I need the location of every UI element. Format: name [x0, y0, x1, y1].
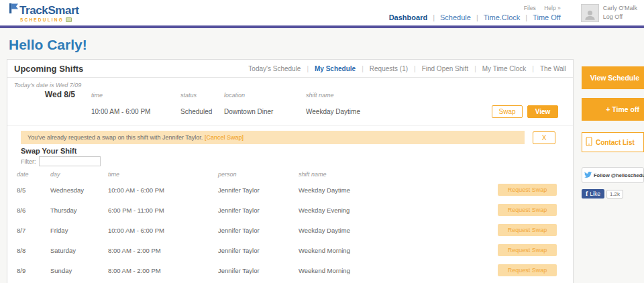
facebook-like-label: Like [590, 190, 600, 197]
cancel-swap-link[interactable]: [Cancel Swap] [205, 134, 244, 141]
swap-row-person: Jennifer Taylor [218, 207, 299, 214]
facebook-icon: f [586, 190, 588, 197]
logo-brand: TrackSmart [19, 5, 79, 16]
twitter-follow-button[interactable]: Follow @helloscheduling [582, 167, 644, 183]
request-swap-button[interactable]: Request Swap [498, 184, 557, 196]
swap-row-time: 6:00 PM - 11:00 PM [108, 207, 218, 214]
swap-row-day: Friday [50, 227, 108, 234]
swap-col-day: day [50, 171, 108, 178]
swap-row: 8/8 Saturday 8:00 AM - 2:00 PM Jennifer … [7, 240, 573, 260]
swap-row-time: 10:00 AM - 6:00 PM [108, 186, 218, 194]
shift-status: Scheduled [180, 108, 224, 115]
shift-time: 10:00 AM - 6:00 PM [91, 108, 180, 115]
logo-subtitle: SCHEDULING [20, 17, 64, 22]
time-off-button[interactable]: + Time off [582, 98, 644, 121]
swap-row-person: Jennifer Taylor [218, 186, 299, 194]
swap-notice-text: You've already requested a swap on this … [28, 134, 203, 141]
view-schedule-button[interactable]: View Schedule [582, 66, 644, 89]
swap-row-time: 10:00 AM - 6:00 PM [108, 227, 218, 234]
col-header-time: time [91, 92, 180, 99]
swap-row: 8/5 Wednesday 10:00 AM - 6:00 PM Jennife… [7, 180, 573, 200]
filter-input[interactable] [39, 156, 101, 166]
nav-time-clock[interactable]: Time.Clock [476, 13, 520, 21]
swap-row-date: 8/7 [17, 227, 50, 234]
facebook-like-button[interactable]: f Like [582, 189, 604, 199]
user-box: Carly O'Malk Log Off [581, 4, 637, 22]
upcoming-header-row: Wed 8/5 time status location shift name [7, 89, 573, 99]
swap-row-day: Thursday [50, 207, 108, 214]
col-header-status: status [180, 92, 224, 99]
col-header-shift-name: shift name [306, 92, 480, 99]
tab-todays-schedule[interactable]: Today's Schedule [248, 65, 301, 72]
nav-time-off[interactable]: Time Off [525, 13, 560, 21]
twitter-follow-label: Follow @helloscheduling [594, 172, 644, 178]
contact-list-label: Contact List [596, 139, 635, 146]
log-off-link[interactable]: Log Off [603, 13, 637, 21]
swap-row-date: 8/6 [17, 207, 50, 214]
view-button[interactable]: View [527, 105, 558, 118]
tab-my-schedule[interactable]: My Schedule [307, 65, 356, 72]
phone-icon [586, 137, 592, 148]
sidebar: View Schedule + Time off Contact List Fo… [582, 59, 644, 199]
header-divider [0, 25, 644, 28]
panel-title: Upcoming Shifts [14, 64, 83, 74]
shift-location: Downtown Diner [224, 108, 306, 115]
swap-button[interactable]: Swap [492, 105, 523, 118]
swap-row-shift-name: Weekday Daytime [299, 186, 498, 194]
swap-row-day: Saturday [50, 247, 108, 254]
files-link[interactable]: Files [524, 5, 536, 11]
facebook-like-count: 1.2k [606, 190, 623, 199]
swap-row-person: Jennifer Taylor [218, 267, 299, 274]
logo[interactable]: TrackSmart SCHEDULING [7, 3, 79, 22]
swap-row-day: Sunday [50, 267, 108, 274]
nav-dashboard[interactable]: Dashboard [389, 13, 427, 21]
swap-notice-row: You've already requested a swap on this … [21, 131, 555, 144]
shift-name: Weekday Daytime [306, 108, 480, 115]
today-date-note: Today's date is Wed 7/09 [7, 78, 573, 89]
user-name: Carly O'Malk [603, 4, 637, 13]
shift-date: Wed 8/5 [7, 90, 91, 99]
swap-row-person: Jennifer Taylor [218, 227, 299, 234]
filter-row: Filter: [21, 156, 573, 166]
request-swap-button[interactable]: Request Swap [498, 264, 557, 276]
nav-schedule[interactable]: Schedule [433, 13, 471, 21]
swap-row-date: 8/5 [17, 186, 50, 194]
calendar-badge-icon [66, 17, 72, 22]
swap-col-date: date [17, 171, 50, 178]
twitter-bird-icon [584, 169, 592, 181]
swap-row: 8/6 Thursday 6:00 PM - 11:00 PM Jennifer… [7, 200, 573, 220]
contact-list-button[interactable]: Contact List [582, 132, 644, 152]
swap-row: 8/9 Sunday 8:00 AM - 2:00 PM Jennifer Ta… [7, 260, 573, 280]
request-swap-button[interactable]: Request Swap [498, 244, 557, 256]
swap-row-date: 8/9 [17, 267, 50, 274]
swap-row-shift-name: Weekend Morning [299, 247, 498, 254]
request-swap-button[interactable]: Request Swap [498, 204, 557, 216]
swap-notice: You've already requested a swap on this … [21, 131, 525, 144]
swap-row-shift-name: Weekend Morning [299, 267, 498, 274]
col-header-location: location [224, 92, 306, 99]
header-right: Files Help » Dashboard Schedule Time.Clo… [384, 5, 561, 21]
tab-find-open-shift[interactable]: Find Open Shift [414, 65, 468, 72]
swap-row-shift-name: Weekday Daytime [299, 227, 498, 234]
swap-row: 8/10 Monday 6:00 PM - 11:00 PM Jennifer … [7, 280, 573, 283]
close-notice-button[interactable]: X [533, 131, 555, 144]
tab-the-wall[interactable]: The Wall [532, 65, 566, 72]
tab-requests[interactable]: Requests (1) [362, 65, 408, 72]
page: TrackSmart SCHEDULING Files Help » Dashb… [0, 0, 644, 283]
logo-flag-icon [9, 3, 18, 16]
upcoming-shifts-panel: Upcoming Shifts Today's Schedule My Sche… [7, 59, 574, 283]
swap-row-person: Jennifer Taylor [218, 247, 299, 254]
help-link[interactable]: Help » [544, 5, 561, 11]
panel-head: Upcoming Shifts Today's Schedule My Sche… [7, 60, 573, 78]
request-swap-button[interactable]: Request Swap [498, 224, 557, 236]
filter-label: Filter: [21, 158, 36, 165]
avatar [581, 4, 599, 22]
swap-row-date: 8/8 [17, 247, 50, 254]
swap-row-shift-name: Weekday Evening [299, 207, 498, 214]
swap-col-shift-name: shift name [299, 171, 498, 178]
swap-row-day: Wednesday [50, 186, 108, 194]
tab-my-time-clock[interactable]: My Time Clock [474, 65, 526, 72]
swap-row-time: 8:00 AM - 2:00 PM [108, 247, 218, 254]
swap-col-time: time [108, 171, 218, 178]
swap-row-time: 8:00 AM - 2:00 PM [108, 267, 218, 274]
